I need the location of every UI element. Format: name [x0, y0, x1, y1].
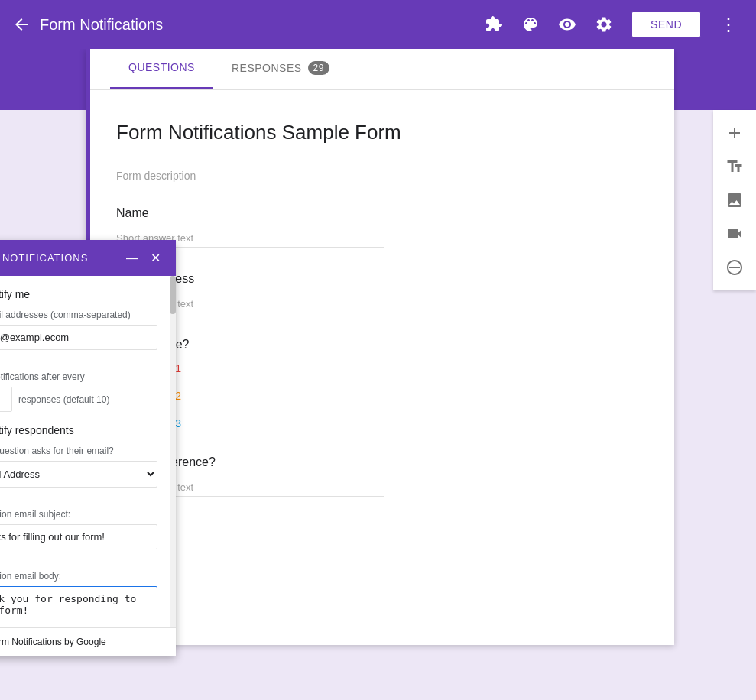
radio-option-1: Option 1 — [116, 361, 644, 376]
name-field-label: Name — [116, 206, 644, 220]
notify-me-label: Notify me — [0, 288, 30, 300]
notify-respondents-row: Notify respondents — [0, 424, 157, 436]
subject-label: Notification email subject: — [0, 509, 157, 520]
notifications-header: FORM NOTIFICATIONS — ✕ — [0, 240, 176, 276]
footer-text: Form Notifications by Google — [0, 637, 106, 647]
name-field: Name Short answer text — [116, 206, 644, 248]
tabs-container: QUESTIONS RESPONSES 29 — [86, 49, 674, 90]
eye-icon-button[interactable] — [552, 9, 582, 40]
notify-me-row: Notify me — [0, 288, 157, 300]
puzzle-icon-button[interactable] — [479, 9, 509, 40]
body-section: Notification email body: Thank you for r… — [0, 571, 157, 627]
your-choice-field: Your Choice? Option 1 Option 2 Option 3 — [116, 338, 644, 431]
your-choice-label: Your Choice? — [116, 338, 644, 352]
which-question-label: Which question asks for their email? — [0, 446, 157, 456]
minimize-button[interactable]: — — [123, 249, 141, 267]
send-after-section: Send notifications after every responses… — [0, 371, 157, 412]
radio-option-3: Option 3 — [116, 416, 644, 431]
form-title: Form Notifications Sample Form — [116, 121, 644, 157]
back-button[interactable] — [12, 15, 31, 34]
form-description: Form description — [116, 170, 644, 182]
header-title: Form Notifications — [40, 16, 163, 34]
which-question-select[interactable]: Email Address — [0, 461, 157, 488]
notify-respondents-label: Notify respondents — [0, 424, 74, 436]
email-field-label: My email addresses (comma-separated) — [0, 309, 157, 320]
color-preference-label: Color Preference? — [116, 455, 644, 469]
notifications-footer: N Form Notifications by Google — [0, 627, 176, 656]
settings-icon-button[interactable] — [589, 9, 619, 40]
email-section: My email addresses (comma-separated) — [0, 309, 157, 359]
scrollbar-thumb[interactable] — [170, 276, 176, 314]
color-preference-field: Color Preference? Short answer text — [116, 455, 644, 497]
body-textarea[interactable]: Thank you for responding to our form! — [0, 586, 157, 627]
tab-responses[interactable]: RESPONSES 29 — [213, 49, 348, 89]
tab-questions[interactable]: QUESTIONS — [110, 49, 213, 89]
notifications-header-buttons: — ✕ — [123, 249, 164, 267]
add-element-button[interactable] — [718, 116, 751, 150]
notifications-title: FORM NOTIFICATIONS — [0, 252, 88, 264]
send-after-label: Send notifications after every — [0, 371, 157, 382]
close-button[interactable]: ✕ — [148, 249, 164, 267]
body-label: Notification email body: — [0, 571, 157, 582]
send-button[interactable]: SEND — [631, 11, 701, 37]
email-field-label: Email Address — [116, 272, 644, 286]
send-after-suffix: responses (default 10) — [18, 394, 109, 405]
add-divider-button[interactable] — [718, 251, 751, 284]
notifications-body: Notify me My email addresses (comma-sepa… — [0, 276, 170, 627]
send-after-input[interactable] — [0, 387, 12, 412]
header-icons: SEND ⋮ — [479, 8, 744, 41]
add-video-button[interactable] — [718, 217, 751, 251]
subject-input[interactable] — [0, 524, 157, 549]
header: Form Notifications SEND ⋮ — [0, 0, 756, 49]
more-options-button[interactable]: ⋮ — [713, 8, 744, 41]
responses-badge: 29 — [308, 61, 329, 75]
add-text-button[interactable] — [718, 150, 751, 183]
which-question-section: Which question asks for their email? Ema… — [0, 446, 157, 497]
header-left: Form Notifications — [12, 15, 479, 34]
email-field: Email Address Short answer text — [116, 272, 644, 313]
sidebar-icons — [713, 110, 756, 290]
email-input[interactable] — [0, 325, 157, 350]
radio-option-2: Option 2 — [116, 388, 644, 403]
notifications-panel: FORM NOTIFICATIONS — ✕ Notify me My em — [0, 240, 176, 656]
send-after-row: responses (default 10) — [0, 387, 157, 412]
scrollbar-track — [170, 276, 176, 627]
subject-section: Notification email subject: — [0, 509, 157, 559]
add-image-button[interactable] — [718, 183, 751, 217]
palette-icon-button[interactable] — [515, 9, 546, 40]
